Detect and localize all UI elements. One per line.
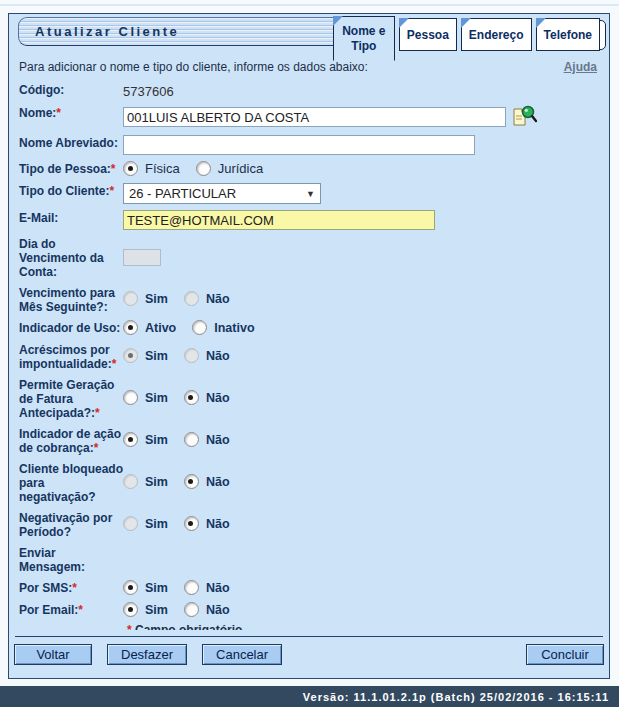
acrescimos_impontualidade-radio-label-nao: Não	[206, 349, 230, 363]
tipo_pessoa-option-fisica: Física	[123, 161, 188, 176]
required-asterisk: *	[112, 357, 117, 371]
cliente_bloqueado_negativacao-option-sim: Sim	[123, 474, 176, 489]
tipo_pessoa-radio-fisica[interactable]	[123, 161, 138, 176]
titlebar: Atualizar Cliente	[18, 17, 370, 46]
version-bar: Versão: 11.1.01.2.1p (Batch) 25/02/2016 …	[0, 686, 619, 707]
indicador_acao_cobranca-control: SimNão	[123, 425, 599, 447]
tipo_cliente-select[interactable]: 26 - PARTICULAR▼	[123, 183, 321, 204]
por_email-radio-nao[interactable]	[184, 602, 199, 617]
search-icon[interactable]	[511, 105, 537, 129]
tab-fold-icon	[333, 16, 343, 26]
cliente_bloqueado_negativacao-radio-nao[interactable]	[184, 474, 199, 489]
action-bar-divider	[15, 636, 603, 637]
indicador_acao_cobranca-radio-nao[interactable]	[184, 432, 199, 447]
indicador_acao_cobranca-radio-label-sim: Sim	[145, 433, 168, 447]
email-label: E-Mail:	[19, 209, 123, 225]
vencimento_mes_seguinte-radio-label-nao: Não	[206, 292, 230, 306]
tipo_pessoa-radio-juridica[interactable]	[196, 161, 211, 176]
acrescimos_impontualidade-label: Acréscimos por impontualidade:*	[19, 341, 123, 371]
tab-label: Nome e Tipo	[337, 24, 391, 54]
acrescimos_impontualidade-radio-label-sim: Sim	[145, 349, 168, 363]
permite_fatura_antecipada-radio-nao[interactable]	[184, 390, 199, 405]
panel-header: Atualizar Cliente Nome e TipoPessoaEnder…	[9, 14, 609, 54]
help-link[interactable]: Ajuda	[564, 60, 597, 74]
desfazer-button[interactable]: Desfazer	[107, 644, 187, 665]
negativacao_periodo-radio-sim	[123, 516, 138, 531]
permite_fatura_antecipada-label: Permite Geração de Fatura Antecipada?:*	[19, 376, 123, 420]
version-text: Versão: 11.1.01.2.1p (Batch) 25/02/2016 …	[303, 691, 609, 703]
tipo_pessoa-option-juridica: Jurídica	[196, 161, 272, 176]
permite_fatura_antecipada-option-sim: Sim	[123, 390, 176, 405]
tab-bar: Nome e TipoPessoaEndereçoTelefone	[329, 14, 600, 61]
tipo_cliente-selected-value: 26 - PARTICULAR	[129, 186, 236, 201]
vencimento_mes_seguinte-option-nao: Não	[184, 291, 238, 306]
permite_fatura_antecipada-control: SimNão	[123, 376, 599, 405]
indicador_uso-label: Indicador de Uso:	[19, 319, 123, 335]
acrescimos_impontualidade-control: SimNão	[123, 341, 599, 363]
indicador_uso-option-ativo: Ativo	[123, 320, 184, 335]
negativacao_periodo-radio-label-nao: Não	[206, 517, 230, 531]
vencimento_mes_seguinte-label: Vencimento para Mês Seguinte?:	[19, 284, 123, 314]
row-nome: Nome:*	[19, 104, 599, 129]
row-dia_vencimento: Dia do Vencimento da Conta:	[19, 235, 599, 279]
vencimento_mes_seguinte-control: SimNão	[123, 284, 599, 306]
por_sms-label: Por SMS:*	[19, 579, 123, 595]
required-asterisk: *	[94, 441, 99, 455]
required-asterisk: *	[78, 603, 83, 617]
cancelar-button[interactable]: Cancelar	[202, 644, 282, 665]
vencimento_mes_seguinte-radio-label-sim: Sim	[145, 292, 168, 306]
nome-label: Nome:*	[19, 104, 123, 120]
required-asterisk: *	[109, 184, 114, 198]
permite_fatura_antecipada-radio-sim[interactable]	[123, 390, 138, 405]
indicador_uso-radio-inativo[interactable]	[192, 320, 207, 335]
nome_abreviado-input[interactable]	[123, 135, 475, 155]
tipo_pessoa-control: FísicaJurídica	[123, 160, 599, 176]
negativacao_periodo-control: SimNão	[123, 509, 599, 531]
por_sms-radio-sim[interactable]	[123, 580, 138, 595]
codigo-value: 5737606	[123, 82, 174, 99]
cliente_bloqueado_negativacao-label: Cliente bloqueado para negativação?	[19, 460, 123, 504]
codigo-label: Código:	[19, 81, 123, 97]
indicador_uso-control: AtivoInativo	[123, 319, 599, 335]
por_sms-option-nao: Não	[184, 580, 238, 595]
vencimento_mes_seguinte-option-sim: Sim	[123, 291, 176, 306]
atualizar-cliente-panel: Atualizar Cliente Nome e TipoPessoaEnder…	[8, 13, 610, 679]
row-cliente_bloqueado_negativacao: Cliente bloqueado para negativação?SimNã…	[19, 460, 599, 504]
negativacao_periodo-radio-nao[interactable]	[184, 516, 199, 531]
tab-pessoa[interactable]: Pessoa	[399, 18, 457, 51]
row-codigo: Código:5737606	[19, 81, 599, 99]
page-title: Atualizar Cliente	[35, 24, 179, 39]
required-asterisk: *	[127, 623, 132, 630]
tab-endereco[interactable]: Endereço	[461, 18, 532, 51]
tab-fold-icon	[536, 18, 546, 28]
voltar-button[interactable]: Voltar	[14, 644, 92, 665]
negativacao_periodo-label: Negativação por Período?	[19, 509, 123, 539]
por_email-radio-sim[interactable]	[123, 602, 138, 617]
indicador_acao_cobranca-radio-sim[interactable]	[123, 432, 138, 447]
tab-nome-e-tipo[interactable]: Nome e Tipo	[333, 16, 395, 61]
row-email: E-Mail:	[19, 209, 599, 230]
required-asterisk: *	[72, 581, 77, 595]
cliente_bloqueado_negativacao-control: SimNão	[123, 460, 599, 489]
por_sms-radio-nao[interactable]	[184, 580, 199, 595]
tipo_pessoa-label: Tipo de Pessoa:*	[19, 160, 123, 176]
email-input[interactable]	[123, 210, 435, 230]
cliente_bloqueado_negativacao-option-nao: Não	[184, 474, 238, 489]
tab-telefone[interactable]: Telefone	[536, 18, 600, 51]
por_sms-option-sim: Sim	[123, 580, 176, 595]
required-note: * Campo obrigatório	[127, 623, 599, 630]
form-content: Para adicionar o nome e tipo do cliente,…	[9, 54, 609, 630]
concluir-button[interactable]: Concluir	[526, 644, 604, 665]
tipo_pessoa-radio-label-fisica: Física	[145, 161, 180, 176]
negativacao_periodo-option-sim: Sim	[123, 516, 176, 531]
por_email-option-nao: Não	[184, 602, 238, 617]
enviar_mensagem-label: Enviar Mensagem:	[19, 544, 123, 574]
nome-input[interactable]	[123, 107, 506, 127]
row-permite_fatura_antecipada: Permite Geração de Fatura Antecipada?:*S…	[19, 376, 599, 420]
indicador_acao_cobranca-option-sim: Sim	[123, 432, 176, 447]
vencimento_mes_seguinte-radio-sim	[123, 291, 138, 306]
enviar_mensagem-control	[123, 544, 599, 545]
tab-label: Telefone	[544, 28, 592, 42]
indicador_uso-radio-ativo[interactable]	[123, 320, 138, 335]
cliente_bloqueado_negativacao-radio-label-sim: Sim	[145, 475, 168, 489]
